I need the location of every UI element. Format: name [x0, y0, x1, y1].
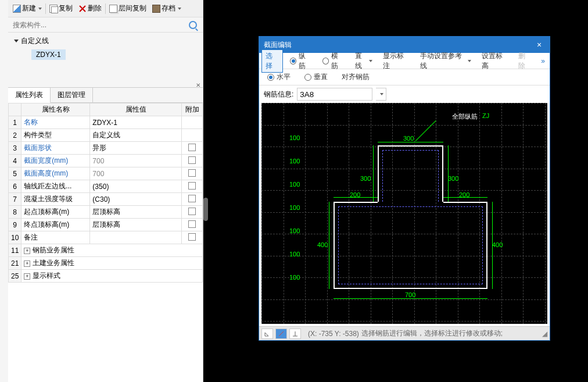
checkbox[interactable] [188, 208, 196, 215]
vertical-option[interactable]: 垂直 [301, 71, 331, 83]
new-button[interactable]: 新建 [10, 2, 44, 15]
prop-name-cell: 名称 [21, 116, 90, 129]
align-rebar-button[interactable]: 对齐钢筋 [338, 71, 373, 83]
tree-item-zdyx1[interactable]: ZDYX-1 [31, 49, 66, 60]
row-number: 7 [9, 193, 21, 206]
table-row[interactable]: 9终点顶标高(m)层顶标高 [9, 219, 203, 231]
prop-value-cell[interactable]: 700 [90, 155, 182, 167]
prop-value-cell[interactable]: (350) [90, 180, 182, 193]
table-row[interactable]: 7混凝土强度等级(C30) [9, 193, 203, 206]
show-label-tool[interactable]: 显示标注 [379, 50, 413, 72]
dim-line [443, 197, 487, 198]
tab-attributes[interactable]: 属性列表 [8, 88, 51, 103]
checkbox[interactable] [188, 233, 196, 241]
archive-button[interactable]: 存档 [150, 2, 184, 15]
manual-ref-tool[interactable]: 手动设置参考线 [417, 50, 475, 72]
set-elev-tool[interactable]: 设置标高 [478, 50, 512, 72]
prop-value-cell[interactable]: ZDYX-1 [90, 116, 182, 129]
expand-icon[interactable] [14, 40, 19, 42]
tab-layers[interactable]: 图层管理 [51, 88, 93, 102]
shape-inner-bottom [338, 206, 483, 284]
tree-root-label: 自定义线 [21, 36, 49, 46]
status-btn-3[interactable] [289, 329, 301, 339]
prop-value-cell[interactable]: 异形 [90, 142, 182, 155]
checkbox[interactable] [188, 220, 196, 228]
prop-value-cell[interactable] [90, 231, 182, 244]
dropdown-arrow-icon [369, 60, 372, 62]
checkbox[interactable] [188, 169, 196, 177]
table-row[interactable]: 25+显示样式 [9, 270, 203, 283]
dim-left-up: 300 [360, 175, 371, 182]
status-btn-1[interactable] [261, 329, 273, 339]
checkbox[interactable] [188, 144, 196, 151]
vert-rebar-tool[interactable]: 纵筋 [286, 50, 315, 72]
shape-edge [334, 202, 378, 203]
table-row[interactable]: 8起点顶标高(m)层顶标高 [9, 206, 203, 219]
delete-button[interactable]: 删除 [76, 2, 104, 15]
dropdown-arrow-icon [38, 8, 42, 10]
tick-label: 100 [289, 158, 300, 165]
table-row[interactable]: 10备注 [9, 231, 203, 244]
prop-extra-cell [182, 206, 203, 219]
layer-copy-button[interactable]: 层间复制 [107, 2, 149, 15]
prop-value-cell[interactable]: 700 [90, 167, 182, 180]
checkbox[interactable] [188, 195, 196, 202]
table-row[interactable]: 2构件类型自定义线 [9, 129, 203, 142]
horizontal-option[interactable]: 水平 [264, 71, 294, 83]
expand-icon[interactable]: + [24, 273, 30, 280]
row-number: 1 [9, 116, 21, 129]
table-row[interactable]: 4截面宽度(mm)700 [9, 155, 203, 167]
expand-icon[interactable]: + [24, 248, 30, 254]
radio-icon [267, 74, 274, 81]
prop-value-cell[interactable]: 自定义线 [90, 129, 182, 142]
delete-tool[interactable]: 删除 [515, 50, 535, 72]
dropdown-arrow-icon [380, 93, 383, 95]
prop-extra-cell [182, 116, 203, 129]
close-icon[interactable]: ✕ [196, 82, 200, 88]
row-number: 8 [9, 206, 21, 219]
table-row[interactable]: 5截面高度(mm)700 [9, 167, 203, 180]
table-row[interactable]: 11+钢筋业务属性 [9, 244, 203, 257]
copy-button[interactable]: 复制 [47, 2, 75, 15]
row-number: 9 [9, 219, 21, 231]
tick-label: 100 [289, 204, 300, 211]
table-row[interactable]: 6轴线距左边线...(350) [9, 180, 203, 193]
rebar-info-bar: 钢筋信息: [259, 85, 550, 103]
checkbox[interactable] [188, 156, 196, 164]
horz-rebar-tool[interactable]: 横筋 [319, 50, 348, 72]
left-panel: 新建 复制 删除 层间复制 存档 自定义线 [0, 0, 203, 382]
tick-label: 100 [289, 134, 300, 141]
prop-name-cell: 终点顶标高(m) [21, 219, 90, 231]
col-name: 属性名称 [21, 103, 90, 116]
prop-name: 名称 [24, 118, 38, 126]
prop-value-cell[interactable]: 层顶标高 [90, 206, 182, 219]
cad-status-bar: (X: -735 Y: -538) 选择钢筋进行编辑，选择标注进行修改或移动; … [259, 326, 550, 340]
tick-label: 100 [289, 251, 300, 258]
rebar-info-dropdown[interactable] [376, 88, 386, 101]
dim-left: 400 [317, 241, 328, 248]
prop-name-cell: 混凝土强度等级 [21, 193, 90, 206]
search-icon[interactable] [189, 21, 197, 29]
vert-rebar-label: 纵筋 [299, 51, 312, 71]
dim-right-up: 300 [448, 175, 458, 182]
search-input[interactable] [10, 20, 189, 30]
table-row[interactable]: 21+土建业务属性 [9, 257, 203, 270]
rebar-info-input[interactable] [297, 88, 372, 101]
table-row[interactable]: 3截面形状异形 [9, 142, 203, 155]
prop-name-cell: +显示样式 [21, 270, 203, 283]
select-tool[interactable]: 选择 [261, 49, 283, 73]
close-button[interactable]: × [533, 40, 545, 49]
table-row[interactable]: 1名称ZDYX-1 [9, 116, 203, 129]
line-tool[interactable]: 直线 [352, 50, 376, 72]
cad-canvas[interactable]: 300 300 300 200 200 400 400 700 全部纵筋 ZJ … [261, 103, 547, 324]
tree-root[interactable]: 自定义线 [10, 35, 200, 47]
status-btn-2[interactable] [275, 329, 287, 339]
expand-icon[interactable]: + [24, 260, 30, 267]
more-tools-button[interactable]: » [539, 57, 547, 65]
checkbox[interactable] [188, 182, 196, 190]
prop-value-cell[interactable]: (C30) [90, 193, 182, 206]
prop-extra-cell [182, 231, 203, 244]
prop-value-cell[interactable]: 层顶标高 [90, 219, 182, 231]
scroll-handle[interactable] [203, 198, 208, 221]
resize-handle[interactable]: ◢ [542, 330, 547, 338]
